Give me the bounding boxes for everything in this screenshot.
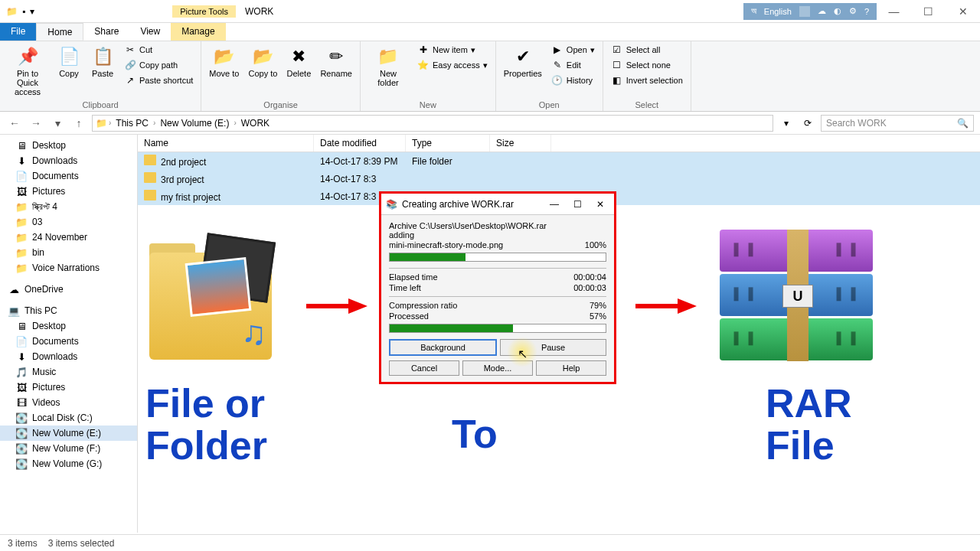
- tab-file[interactable]: File: [0, 23, 36, 41]
- drive-icon: 🎵: [15, 366, 28, 378]
- easy-access-button[interactable]: ⭐Easy access ▾: [414, 58, 491, 72]
- invert-selection-button[interactable]: ◧Invert selection: [608, 73, 686, 87]
- tab-manage[interactable]: Manage: [171, 23, 225, 41]
- edit-button[interactable]: ✎Edit: [548, 58, 598, 72]
- sidebar-label: Pictures: [32, 186, 65, 197]
- select-none-button[interactable]: ☐Select none: [608, 58, 686, 72]
- sidebar-item[interactable]: 💽Local Disk (C:): [0, 410, 137, 425]
- select-all-button[interactable]: ☑Select all: [608, 43, 686, 57]
- copyto-button[interactable]: 📂Copy to: [245, 43, 280, 80]
- new-item-button[interactable]: ✚New item ▾: [414, 43, 491, 57]
- dialog-adding: adding: [389, 230, 606, 240]
- search-input[interactable]: Search WORK🔍: [821, 115, 974, 132]
- copy-path-button[interactable]: 🔗Copy path: [121, 58, 196, 72]
- col-name[interactable]: Name: [138, 135, 314, 152]
- minimize-button[interactable]: —: [877, 0, 911, 23]
- sidebar-item[interactable]: 🎵Music: [0, 364, 137, 380]
- language-bar[interactable]: অ English ☁ ◐ ⚙ ?: [743, 3, 877, 20]
- menu-tabs: File Home Share View Manage: [0, 23, 980, 41]
- history-button[interactable]: 🕑History: [548, 73, 598, 87]
- sidebar-item[interactable]: 🎞Videos: [0, 395, 137, 410]
- move-button[interactable]: 📂Move to: [206, 43, 242, 80]
- dropdown-button[interactable]: ▾: [778, 118, 795, 129]
- table-row[interactable]: 3rd project14-Oct-17 8:3: [138, 170, 980, 187]
- sidebar-item[interactable]: ⬇Downloads: [0, 153, 137, 168]
- recent-button[interactable]: ▾: [49, 115, 66, 132]
- crumb-volume[interactable]: New Volume (E:): [157, 118, 232, 129]
- copyto-label: Copy to: [248, 69, 277, 78]
- maximize-button[interactable]: ☐: [911, 0, 946, 23]
- cut-button[interactable]: ✂Cut: [121, 43, 196, 57]
- pin-button[interactable]: 📌Pin to Quick access: [5, 43, 51, 98]
- sidebar-item[interactable]: 📄Documents: [0, 334, 137, 349]
- sidebar-item[interactable]: 📁স্ক্রিপ্ট 4: [0, 199, 137, 214]
- progress-file: [389, 253, 606, 262]
- sidebar-item[interactable]: 🖥Desktop: [0, 318, 137, 334]
- sidebar-item[interactable]: 🖥Desktop: [0, 138, 137, 153]
- open-button[interactable]: ▶Open ▾: [548, 43, 598, 57]
- background-button[interactable]: Background: [389, 339, 497, 356]
- dialog-close[interactable]: ✕: [591, 199, 609, 210]
- col-type[interactable]: Type: [406, 135, 490, 152]
- dialog-minimize[interactable]: —: [545, 199, 564, 210]
- sidebar-item[interactable]: 📄Documents: [0, 168, 137, 184]
- lang-icon: [799, 6, 810, 17]
- folder-icon: 📁: [96, 118, 107, 129]
- open-icon: ▶: [551, 44, 564, 56]
- refresh-button[interactable]: ⟳: [799, 118, 816, 129]
- up-button[interactable]: ↑: [70, 115, 87, 132]
- tab-home[interactable]: Home: [36, 23, 83, 41]
- sidebar-item[interactable]: 💽New Volume (F:): [0, 441, 137, 456]
- sidebar-item[interactable]: 📁03: [0, 214, 137, 230]
- sidebar-item[interactable]: 📁24 November: [0, 230, 137, 245]
- tab-share[interactable]: Share: [83, 23, 129, 41]
- breadcrumb[interactable]: 📁› This PC› New Volume (E:)› WORK: [92, 115, 773, 132]
- sidebar-thispc[interactable]: 💻This PC: [0, 303, 137, 318]
- sidebar-item[interactable]: ⬇Downloads: [0, 349, 137, 364]
- col-date[interactable]: Date modified: [314, 135, 406, 152]
- properties-button[interactable]: ✔Properties: [501, 43, 545, 80]
- back-button[interactable]: ←: [6, 115, 23, 132]
- tab-view[interactable]: View: [129, 23, 171, 41]
- sidebar-label: Documents: [32, 336, 79, 347]
- lang-icon: ☁: [818, 6, 826, 16]
- picture-tools-tab[interactable]: Picture Tools: [172, 5, 236, 18]
- crumb-thispc[interactable]: This PC: [113, 118, 152, 129]
- delete-button[interactable]: ✖Delete: [283, 43, 314, 80]
- sidebar-label: Downloads: [32, 155, 77, 166]
- ribbon-new: 📁New folder ✚New item ▾ ⭐Easy access ▾ N…: [361, 41, 496, 111]
- copy-label: Copy: [59, 69, 79, 78]
- col-size[interactable]: Size: [490, 135, 551, 152]
- mode-button[interactable]: Mode...: [462, 360, 533, 376]
- new-folder-button[interactable]: 📁New folder: [365, 43, 411, 89]
- copy-button[interactable]: 📄Copy: [54, 43, 84, 80]
- qa-icon[interactable]: ▾: [30, 6, 34, 17]
- qa-icon[interactable]: ▪: [22, 6, 25, 17]
- crumb-folder[interactable]: WORK: [238, 118, 273, 129]
- sidebar-label: Downloads: [32, 351, 77, 362]
- forward-button[interactable]: →: [28, 115, 44, 132]
- sidebar-item[interactable]: 🖼Pictures: [0, 380, 137, 395]
- column-headers[interactable]: Name Date modified Type Size: [138, 135, 980, 152]
- rename-button[interactable]: ✏Rename: [317, 43, 355, 80]
- sidebar-onedrive[interactable]: ☁OneDrive: [0, 282, 137, 297]
- sidebar: 🖥Desktop⬇Downloads📄Documents🖼Pictures📁স্…: [0, 135, 138, 533]
- dialog-titlebar: 📚 Creating archive WORK.rar — ☐ ✕: [381, 194, 614, 215]
- quick-access-icons: 📁 ▪ ▾: [0, 6, 34, 17]
- drive-icon: 🖥: [15, 320, 28, 332]
- table-row[interactable]: 2nd project14-Oct-17 8:39 PMFile folder: [138, 152, 980, 170]
- sidebar-item[interactable]: 🖼Pictures: [0, 184, 137, 199]
- help-button[interactable]: Help: [536, 360, 606, 376]
- lang-label: English: [764, 7, 792, 16]
- drive-icon: 🎞: [15, 396, 28, 409]
- sidebar-item[interactable]: 📁bin: [0, 245, 137, 260]
- paste-button[interactable]: 📋Paste: [87, 43, 118, 80]
- cancel-button[interactable]: Cancel: [389, 360, 459, 376]
- sidebar-item[interactable]: 📁Voice Narrations: [0, 260, 137, 276]
- pause-button[interactable]: Pause: [500, 339, 606, 356]
- close-button[interactable]: ✕: [946, 0, 980, 23]
- sidebar-item[interactable]: 💽New Volume (G:): [0, 456, 137, 471]
- sidebar-item[interactable]: 💽New Volume (E:): [0, 425, 137, 441]
- paste-shortcut-button[interactable]: ↗Paste shortcut: [121, 73, 196, 87]
- dialog-maximize[interactable]: ☐: [568, 199, 586, 210]
